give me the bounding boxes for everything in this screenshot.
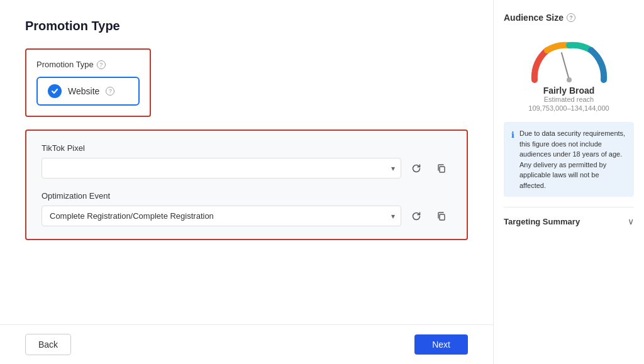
pixel-select[interactable] [42,158,401,179]
optimization-field-group: Optimization Event Complete Registration… [42,191,452,226]
gauge-range: 109,753,000–134,144,000 [528,104,609,112]
targeting-chevron-icon: ∨ [628,216,634,226]
promotion-type-box: Promotion Type ? Website ? [25,48,151,117]
pixel-label: TikTok Pixel [42,143,452,153]
pixel-copy-button[interactable] [431,158,452,179]
website-help-icon[interactable]: ? [106,87,114,96]
targeting-summary-label: Targeting Summary [504,217,580,226]
content-area: Promotion Type Promotion Type ? Website … [0,0,493,324]
optimization-label: Optimization Event [42,191,452,201]
right-panel: Audience Size ? Fairly Broad Estimated r… [493,0,644,364]
website-option-card[interactable]: Website ? [36,77,140,106]
pixel-field-group: TikTok Pixel ▾ [42,143,452,179]
audience-size-title: Audience Size ? [504,13,634,23]
svg-line-2 [562,53,569,80]
optimization-refresh-button[interactable] [406,206,426,226]
promotion-type-help-icon[interactable]: ? [97,60,106,69]
pixel-select-row: ▾ [42,158,452,179]
optimization-select[interactable]: Complete Registration/Complete Registrat… [42,206,401,226]
back-button[interactable]: Back [25,334,71,355]
gauge-svg [525,33,613,83]
gauge-container: Fairly Broad Estimated reach 109,753,000… [504,33,634,112]
info-circle-icon: ℹ [511,129,514,190]
info-text: Due to data security requirements, this … [519,128,626,190]
optimization-select-row: Complete Registration/Complete Registrat… [42,206,452,226]
optimization-copy-button[interactable] [431,206,452,226]
promotion-type-label: Promotion Type ? [36,60,140,69]
left-panel: Promotion Type Promotion Type ? Website … [0,0,493,364]
svg-rect-0 [440,167,445,172]
gauge-label: Fairly Broad [543,85,595,96]
info-box: ℹ Due to data security requirements, thi… [504,122,634,197]
pixel-refresh-button[interactable] [406,158,426,179]
page-title: Promotion Type [25,19,468,33]
footer-bar: Back Next [0,324,493,364]
check-circle-icon [48,84,62,98]
targeting-summary[interactable]: Targeting Summary ∨ [504,207,634,226]
optimization-select-wrapper: Complete Registration/Complete Registrat… [42,206,401,226]
audience-help-icon[interactable]: ? [567,13,575,22]
svg-point-3 [567,77,572,82]
gauge-sublabel: Estimated reach [544,96,594,103]
tiktok-section: TikTok Pixel ▾ [25,130,468,240]
pixel-select-wrapper: ▾ [42,158,401,179]
next-button[interactable]: Next [414,334,468,355]
svg-rect-1 [440,214,445,220]
website-option-label: Website [68,86,99,96]
